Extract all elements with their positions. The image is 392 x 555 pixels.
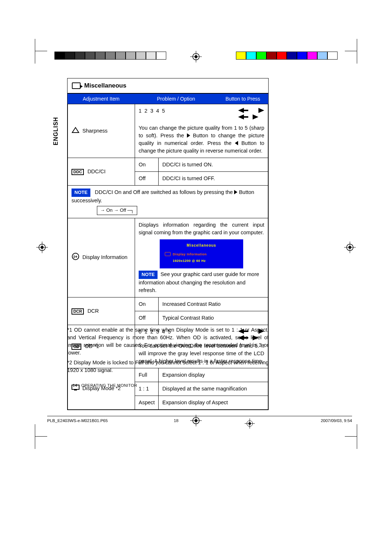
- language-tab: ENGLISH: [53, 117, 59, 145]
- svg-rect-21: [244, 116, 248, 118]
- ddc-icon: DDC: [72, 169, 84, 175]
- registration-mark-icon: [344, 242, 356, 253]
- grayscale-bar: [54, 52, 166, 60]
- color-bar: [236, 52, 338, 60]
- footnote-1: *1 OD cannot enable at the same time whe…: [67, 326, 269, 357]
- item-sharpness: Sharpness: [68, 104, 135, 158]
- row-ddcci-on: DDC DDC/CI On DDC/CI is turned ON.: [68, 158, 268, 172]
- item-dcr: DCR DCR: [68, 297, 135, 325]
- registration-mark-icon: [190, 51, 202, 62]
- svg-marker-16: [72, 127, 79, 133]
- svg-marker-17: [238, 108, 244, 113]
- sharpness-desc: 1 2 3 4 5 You can change the picture qua…: [135, 104, 268, 158]
- item-display-info: i+ Display Information: [68, 218, 135, 297]
- row-ddcci-note: NOTE DDC/CI On and Off are switched as f…: [68, 186, 268, 218]
- page-footer: 14 OPERATING THE MONITOR: [73, 383, 137, 388]
- cycle-diagram: → On → Off ─┐: [97, 206, 137, 215]
- triangle-left-icon: [235, 141, 238, 145]
- imprint-file: PLB_E2403WS-e-M021B01.P65: [47, 418, 108, 429]
- note-badge: NOTE: [72, 189, 90, 197]
- osd-preview: Miscellaneous Display Information 1920x1…: [160, 239, 243, 268]
- registration-mark-icon: [36, 242, 48, 253]
- imprint-date: 2007/09/03, 9:54: [321, 418, 352, 429]
- section-header: Miscellaneous: [68, 78, 268, 93]
- info-icon: i+: [72, 252, 79, 263]
- svg-text:i+: i+: [73, 254, 78, 259]
- table-header-row: Adjustment Item Problem / Option Button …: [68, 93, 268, 104]
- svg-rect-18: [244, 110, 248, 111]
- imprint-page: 18: [174, 418, 179, 429]
- item-ddcci: DDC DDC/CI: [68, 158, 135, 186]
- svg-marker-20: [238, 114, 244, 119]
- row-sharpness: Sharpness 1 2 3 4 5 You can change the p…: [68, 104, 268, 158]
- crop-mark: [35, 51, 47, 63]
- info-icon: [165, 252, 171, 256]
- sharpness-icon: [72, 127, 79, 135]
- svg-marker-22: [253, 114, 258, 119]
- triangle-right-icon: [187, 133, 190, 138]
- svg-marker-19: [258, 108, 264, 113]
- registration-mark-icon: [245, 418, 255, 429]
- imprint-line: PLB_E2403WS-e-M021B01.P65 18 2007/09/03,…: [47, 416, 352, 429]
- col-adjustment: Adjustment Item: [68, 94, 135, 104]
- crop-mark: [35, 424, 47, 437]
- note-badge: NOTE: [139, 271, 158, 279]
- footnotes: *1 OD cannot enable at the same time whe…: [67, 326, 269, 376]
- miscellaneous-icon: [72, 82, 81, 89]
- col-problem: Problem / Option: [135, 94, 217, 104]
- col-button: Button to Press: [217, 94, 268, 104]
- footnote-2: *2 Display Mode is locked to Full and yo…: [67, 359, 269, 374]
- left-right-arrows-icon: [238, 107, 264, 120]
- section-title: Miscellaneous: [84, 82, 126, 89]
- row-display-info: i+ Display Information Displays informat…: [68, 218, 268, 297]
- crop-mark: [345, 51, 357, 63]
- dcr-icon: DCR: [72, 308, 84, 315]
- row-dcr-on: DCR DCR On Increased Contrast Ratio: [68, 297, 268, 311]
